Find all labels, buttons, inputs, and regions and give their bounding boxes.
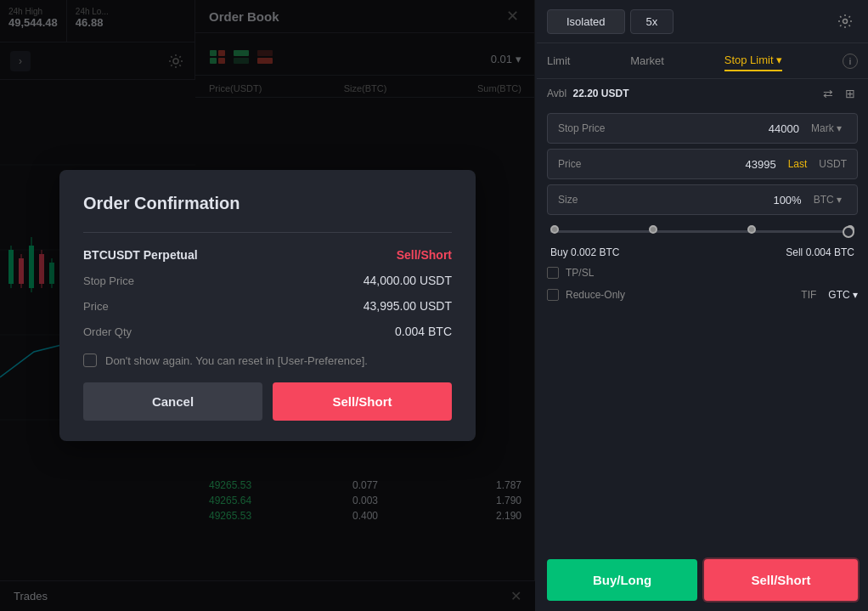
avbl-label: Avbl 22.20 USDT: [547, 88, 629, 99]
modal-stop-price-label: Stop Price: [83, 274, 134, 287]
tab-market[interactable]: Market: [630, 51, 664, 71]
modal-price-label: Price: [83, 300, 109, 313]
slider-thumb[interactable]: [843, 226, 854, 238]
stop-price-right: 44000 Mark ▾: [769, 121, 847, 136]
slider-tick-25[interactable]: [649, 225, 657, 234]
tif-value-btn[interactable]: GTC ▾: [828, 289, 858, 301]
buy-sell-info: Buy 0.002 BTC Sell 0.004 BTC: [537, 243, 868, 262]
margin-toggle: Isolated 5x: [547, 9, 674, 34]
sell-short-btn[interactable]: Sell/Short: [704, 559, 858, 601]
size-right: 100% BTC ▾: [773, 192, 847, 207]
tab-stop-limit[interactable]: Stop Limit ▾: [724, 50, 782, 71]
modal-cancel-btn[interactable]: Cancel: [83, 382, 262, 421]
slider-track: [550, 230, 854, 233]
modal-divider: [83, 232, 452, 233]
sell-info: Sell 0.004 BTC: [786, 246, 854, 258]
modal-confirm-btn[interactable]: Sell/Short: [273, 382, 452, 421]
stop-price-label: Stop Price: [558, 122, 605, 134]
modal-title: Order Confirmation: [83, 194, 452, 213]
tif-label: TIF: [801, 289, 816, 301]
right-panel: Isolated 5x Limit Market Stop Limit ▾ i …: [537, 0, 868, 611]
size-input-row: Size 100% BTC ▾: [547, 184, 858, 215]
modal-price-row: Price 43,995.00 USDT: [83, 299, 452, 313]
calculator-icon[interactable]: ⊞: [843, 86, 858, 101]
reduce-only-label: Reduce-Only: [566, 289, 625, 301]
modal-dontshow-row: Don't show again. You can reset in [User…: [83, 354, 452, 367]
price-value[interactable]: 43995: [745, 158, 775, 171]
price-unit: USDT: [819, 158, 847, 170]
modal-overlay: Order Confirmation BTCUSDT Perpetual Sel…: [0, 0, 535, 611]
modal-qty-row: Order Qty 0.004 BTC: [83, 325, 452, 338]
position-slider[interactable]: [537, 220, 868, 243]
reduce-only-row: Reduce-Only TIF GTC ▾: [537, 284, 868, 306]
modal-instrument-row: BTCUSDT Perpetual Sell/Short: [83, 248, 452, 262]
tif-section: TIF GTC ▾: [801, 289, 858, 301]
buy-btc-value: 0.002 BTC: [571, 246, 619, 258]
price-badge[interactable]: Last: [783, 156, 813, 172]
price-right: 43995 Last USDT: [745, 156, 847, 172]
tpsl-checkbox[interactable]: [547, 267, 559, 279]
buy-long-btn[interactable]: Buy/Long: [547, 559, 697, 601]
isolated-btn[interactable]: Isolated: [547, 9, 625, 34]
action-buttons: Buy/Long Sell/Short: [537, 549, 868, 611]
price-input-row: Price 43995 Last USDT: [547, 149, 858, 179]
transfer-icon[interactable]: ⇄: [820, 86, 836, 101]
modal-qty-value: 0.004 BTC: [395, 325, 452, 338]
slider-ticks: [550, 230, 854, 234]
dontshow-checkbox[interactable]: [83, 354, 97, 367]
tpsl-label: TP/SL: [566, 267, 594, 279]
modal-side: Sell/Short: [397, 248, 452, 262]
stop-price-badge[interactable]: Mark ▾: [806, 121, 847, 136]
modal-buttons: Cancel Sell/Short: [83, 382, 452, 421]
modal-stop-price-value: 44,000.00 USDT: [364, 274, 452, 287]
reduce-only-checkbox[interactable]: [547, 289, 559, 301]
order-type-tabs: Limit Market Stop Limit ▾ i: [537, 43, 868, 79]
modal-qty-label: Order Qty: [83, 325, 132, 338]
dontshow-label: Don't show again. You can reset in [User…: [105, 354, 368, 367]
modal-price-value: 43,995.00 USDT: [364, 299, 452, 313]
rp-top-bar: Isolated 5x: [537, 0, 868, 43]
slider-tick-0[interactable]: [550, 225, 559, 234]
tab-limit[interactable]: Limit: [547, 51, 570, 71]
stop-price-value[interactable]: 44000: [769, 122, 799, 135]
avbl-value: 22.20 USDT: [572, 88, 628, 99]
modal-instrument-name: BTCUSDT Perpetual: [83, 248, 198, 262]
size-label: Size: [558, 194, 578, 206]
avbl-action-icons: ⇄ ⊞: [820, 86, 858, 101]
slider-tick-50[interactable]: [747, 225, 756, 234]
size-value[interactable]: 100%: [773, 194, 801, 206]
avbl-row: Avbl 22.20 USDT ⇄ ⊞: [537, 79, 868, 108]
modal-stop-price-row: Stop Price 44,000.00 USDT: [83, 274, 452, 287]
price-label: Price: [558, 158, 581, 170]
svg-point-31: [843, 20, 848, 24]
buy-info: Buy 0.002 BTC: [550, 246, 619, 258]
tpsl-row: TP/SL: [537, 262, 868, 284]
size-unit[interactable]: BTC ▾: [809, 192, 847, 207]
sell-btc-value: 0.004 BTC: [806, 246, 854, 258]
order-confirmation-modal: Order Confirmation BTCUSDT Perpetual Sel…: [59, 170, 476, 441]
rp-settings-btn[interactable]: [832, 8, 858, 34]
order-info-icon[interactable]: i: [843, 54, 858, 69]
stop-price-input-row: Stop Price 44000 Mark ▾: [547, 113, 858, 144]
leverage-btn[interactable]: 5x: [630, 9, 674, 34]
